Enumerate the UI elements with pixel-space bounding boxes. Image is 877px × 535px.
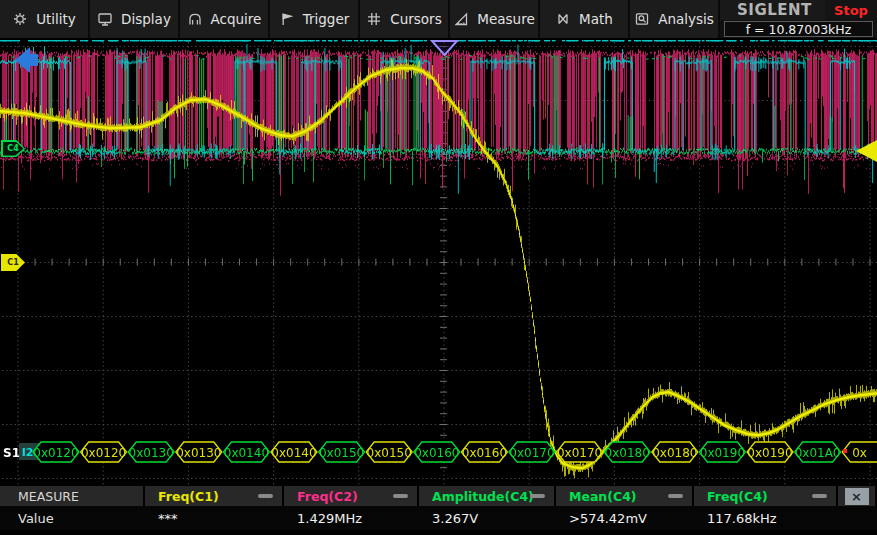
measure-title: MEASURE <box>0 486 145 506</box>
menu-item-label: Display <box>121 11 171 27</box>
svg-text:0x0190: 0x0190 <box>700 446 745 460</box>
analysis-icon <box>634 11 650 27</box>
channel1-marker-label: C1 <box>3 256 24 270</box>
decode-value-frame: 0x0120 <box>33 442 79 462</box>
svg-text:0x0170: 0x0170 <box>509 446 554 460</box>
decode-bus-row: S1I2S0x01200x01200x01300x01300x01400x014… <box>0 439 877 465</box>
svg-text:0x0190: 0x0190 <box>747 446 792 460</box>
svg-text:0x0120: 0x0120 <box>81 446 126 460</box>
measure-icon <box>453 11 469 27</box>
svg-text:0x0180: 0x0180 <box>605 446 650 460</box>
display-icon <box>97 11 113 27</box>
menu-bar: UtilityDisplayAcquireTriggerCursorsMeasu… <box>0 0 877 38</box>
menu-item-analysis[interactable]: Analysis <box>630 0 720 38</box>
menu-item-acquire[interactable]: Acquire <box>180 0 270 38</box>
menu-item-label: Utility <box>36 11 76 27</box>
siglent-logo: SIGLENT <box>720 0 825 20</box>
measure-label: Freq(C2) <box>284 489 358 504</box>
svg-text:0x: 0x <box>852 446 867 460</box>
math-icon <box>555 11 571 27</box>
menu-item-math[interactable]: Math <box>540 0 630 38</box>
header-right: SIGLENT Stop f = 10.87003kHz <box>720 0 877 38</box>
decode-value-frame: 0x0180 <box>652 442 698 462</box>
decode-value-frame: 0x0160 <box>461 442 507 462</box>
svg-text:0x0130: 0x0130 <box>176 446 221 460</box>
measure-label: Mean(C4) <box>556 489 637 504</box>
close-measure-button[interactable]: × <box>845 488 869 505</box>
decode-value-frame: 0x0150 <box>366 442 412 462</box>
decode-value-frame: 0x0140 <box>223 442 269 462</box>
menu-item-label: Math <box>579 11 613 27</box>
waveform-display: C4 C1 S1I2S0x01200x01200x01300x01300x014… <box>0 38 877 485</box>
remove-measure-button[interactable] <box>530 494 545 498</box>
menu-item-label: Acquire <box>211 11 262 27</box>
decode-bus-name: S1 <box>3 446 20 460</box>
acquire-icon <box>187 11 203 27</box>
waveform-canvas <box>0 38 877 485</box>
measure-value: 1.429MHz <box>284 506 419 530</box>
menu-item-trigger[interactable]: Trigger <box>270 0 360 38</box>
svg-text:0x0180: 0x0180 <box>652 446 697 460</box>
flag-icon <box>279 11 295 27</box>
measure-label: Freq(C1) <box>145 489 219 504</box>
measure-label: Freq(C4) <box>694 489 768 504</box>
gear-icon <box>12 11 28 27</box>
decode-value-frame: 0x0120 <box>81 442 127 462</box>
svg-text:0x0170: 0x0170 <box>557 446 602 460</box>
measure-value: *** <box>145 506 284 530</box>
measure-panel: MEASUREFreq(C1)Freq(C2)Amplitude(C4)Mean… <box>0 486 877 532</box>
svg-text:0x0150: 0x0150 <box>319 446 364 460</box>
decode-value-frame: 0x0190 <box>699 442 745 462</box>
measure-header-freqc1: Freq(C1) <box>145 486 284 506</box>
decode-value-frame: 0x0140 <box>271 442 317 462</box>
measure-value: 3.267V <box>419 506 556 530</box>
menu-item-label: Cursors <box>390 11 441 27</box>
svg-text:0x0140: 0x0140 <box>271 446 316 460</box>
trigger-position-icon[interactable] <box>429 39 461 57</box>
channel4-marker-label: C4 <box>3 142 24 156</box>
menu-item-label: Trigger <box>303 11 350 27</box>
svg-text:0x0150: 0x0150 <box>367 446 412 460</box>
menu-item-measure[interactable]: Measure <box>450 0 540 38</box>
menu-item-label: Measure <box>477 11 534 27</box>
decode-value-frame: 0x <box>842 442 877 462</box>
trigger-frequency-readout: f = 10.87003kHz <box>724 21 873 37</box>
decode-value-frame: 0x0190 <box>747 442 793 462</box>
decode-value-frame: 0x0130 <box>128 442 174 462</box>
svg-text:0x01A0: 0x01A0 <box>795 446 841 460</box>
measure-value: 117.68kHz <box>694 506 838 530</box>
measure-header-meanc4: Mean(C4) <box>556 486 694 506</box>
channel3-offscreen-arrow-icon[interactable] <box>13 43 41 75</box>
menu-item-display[interactable]: Display <box>90 0 180 38</box>
measure-header-freqc4: Freq(C4) <box>694 486 838 506</box>
remove-measure-button[interactable] <box>393 494 408 498</box>
run-stop-status[interactable]: Stop <box>825 0 877 20</box>
menu-item-cursors[interactable]: Cursors <box>360 0 450 38</box>
decode-value-frame: 0x0160 <box>414 442 460 462</box>
decode-value-frame: 0x01A0 <box>795 442 841 462</box>
decode-value-frame: 0x0170 <box>509 442 555 462</box>
decode-value-frame: 0x0130 <box>176 442 222 462</box>
remove-measure-button[interactable] <box>668 494 683 498</box>
measure-label: Amplitude(C4) <box>419 489 534 504</box>
svg-text:0x0120: 0x0120 <box>33 446 78 460</box>
channel1-level-marker[interactable]: C1 <box>1 254 25 271</box>
svg-text:0x0130: 0x0130 <box>129 446 174 460</box>
decode-value-frame: 0x0150 <box>319 442 365 462</box>
svg-text:0x0140: 0x0140 <box>224 446 269 460</box>
svg-text:0x0160: 0x0160 <box>462 446 507 460</box>
decode-value-frame: 0x0180 <box>604 442 650 462</box>
measure-value: >574.42mV <box>556 506 694 530</box>
remove-measure-button[interactable] <box>812 494 827 498</box>
measure-header-freqc2: Freq(C2) <box>284 486 419 506</box>
remove-measure-button[interactable] <box>258 494 273 498</box>
cursors-icon <box>366 11 382 27</box>
measure-header-amplitudec4: Amplitude(C4) <box>419 486 556 506</box>
channel4-level-marker[interactable]: C4 <box>1 140 25 157</box>
measure-row-label: Value <box>0 506 145 530</box>
decode-error-dot-icon <box>843 449 847 453</box>
menu-item-utility[interactable]: Utility <box>0 0 90 38</box>
menu-item-label: Analysis <box>658 11 714 27</box>
svg-text:0x0160: 0x0160 <box>414 446 459 460</box>
menu-items: UtilityDisplayAcquireTriggerCursorsMeasu… <box>0 0 720 38</box>
